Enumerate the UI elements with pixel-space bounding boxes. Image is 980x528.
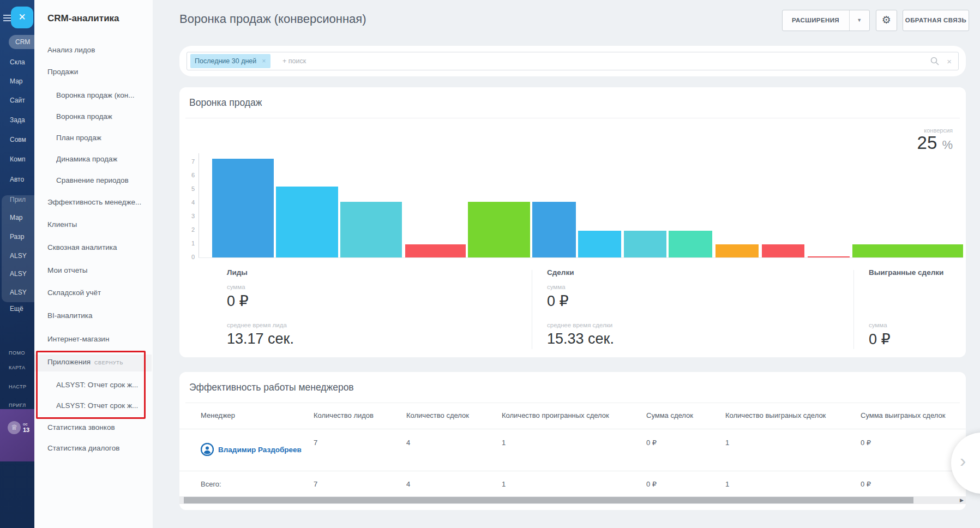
crm-analytics-sidebar: CRM-аналитика Анализ лидовПродажиВоронка… — [34, 0, 153, 528]
manager-cell[interactable]: Владимир Раздобреев — [201, 443, 302, 456]
stats-divider-1 — [532, 270, 532, 349]
strip-item-комп[interactable]: Комп — [10, 155, 25, 163]
manager-name-link[interactable]: Владимир Раздобреев — [218, 446, 302, 454]
strip-item-зада[interactable]: Зада — [10, 116, 25, 124]
extensions-button[interactable]: РАСШИРЕНИЯ ▼ — [782, 10, 870, 31]
column-header-6[interactable]: Количество выиграных сделок — [725, 411, 826, 419]
funnel-bar-deal-stage-2[interactable] — [532, 202, 576, 257]
collapse-link[interactable]: СВЕРНУТЬ — [94, 360, 123, 365]
total-cell-value: 4 — [406, 480, 410, 488]
sidebar-item-13[interactable]: BI-аналитика — [47, 311, 93, 320]
horizontal-scrollbar[interactable]: ▶ — [179, 496, 966, 504]
settings-gear-button[interactable]: ⚙ — [876, 10, 897, 31]
sidebar-item-11[interactable]: Мои отчеты — [47, 266, 88, 274]
close-menu-button[interactable]: ✕ — [11, 7, 33, 28]
total-cell-value: 7 — [314, 480, 317, 488]
funnel-bar-deal-stage-5[interactable] — [669, 231, 712, 257]
funnel-bar-deal-stage-4[interactable] — [624, 231, 666, 257]
search-field[interactable]: Последние 30 дней× + поиск × — [187, 52, 959, 70]
funnel-bar-lead-stage-2[interactable] — [276, 187, 338, 257]
strip-small-item-пригл[interactable]: ПРИГЛ — [9, 403, 26, 408]
feedback-button[interactable]: ОБРАТНАЯ СВЯЗЬ — [903, 10, 969, 31]
stat-value: 15.33 сек. — [547, 331, 614, 347]
strip-item-alsy[interactable]: ALSY — [10, 289, 27, 296]
crown-icon: ♕ — [8, 421, 21, 434]
y-axis-tick-0: 0 — [183, 254, 195, 260]
sidebar-item-15[interactable]: ПриложенияСВЕРНУТЬ — [47, 358, 123, 366]
strip-item-мар[interactable]: Мар — [10, 214, 22, 221]
stat-sub-label: сумма — [547, 284, 566, 290]
total-row-label: Всего: — [201, 480, 221, 488]
search-placeholder[interactable]: + поиск — [282, 57, 306, 65]
column-header-7[interactable]: Сумма выиграных сделок — [861, 411, 945, 419]
strip-item-скла[interactable]: Скла — [10, 58, 25, 66]
funnel-bar-lead-stage-4[interactable] — [405, 244, 466, 257]
strip-item-прил[interactable]: Прил — [10, 196, 26, 203]
sidebar-item-17[interactable]: ALSYST: Отчет срок ж... — [56, 401, 138, 410]
y-axis-tick-6: 6 — [183, 172, 195, 178]
strip-item-crm[interactable]: CRM — [9, 35, 34, 49]
left-app-strip: ✕ CRMСклаМарСайтЗадаСовмКомпАвтоПрилМарР… — [0, 0, 34, 528]
strip-small-item-настр[interactable]: НАСТР — [9, 384, 27, 389]
sidebar-item-14[interactable]: Интернет-магазин — [47, 335, 109, 343]
strip-item-alsy[interactable]: ALSY — [10, 270, 27, 278]
scrollbar-thumb[interactable] — [184, 497, 913, 503]
funnel-bar-won-stage[interactable] — [852, 244, 963, 257]
funnel-bar-deal-stage-3[interactable] — [578, 231, 621, 257]
chevron-down-icon[interactable]: ▼ — [849, 10, 869, 31]
funnel-bar-deal-stage-8[interactable] — [808, 256, 850, 257]
strip-small-item-карта[interactable]: КАРТА — [9, 365, 26, 370]
clear-search-icon[interactable]: × — [947, 57, 952, 66]
strip-item-сайт[interactable]: Сайт — [10, 97, 25, 104]
sidebar-item-2[interactable]: Продажи — [47, 68, 78, 76]
column-header-5[interactable]: Сумма сделок — [646, 411, 693, 419]
chip-remove-icon[interactable]: × — [262, 57, 266, 65]
y-axis-tick-4: 4 — [183, 199, 195, 206]
sidebar-item-19[interactable]: Статистика диалогов — [47, 444, 119, 452]
column-header-2[interactable]: Количество лидов — [314, 411, 374, 419]
column-header-4[interactable]: Количество проигранных сделок — [502, 411, 609, 419]
row-divider — [179, 471, 966, 471]
funnel-bar-lead-stage-1[interactable] — [212, 159, 274, 257]
y-axis-tick-2: 2 — [183, 226, 195, 233]
table-card-title: Эффективность работы менеджеров — [189, 382, 354, 393]
total-cell-value: 0 ₽ — [646, 480, 657, 488]
strip-item-авто[interactable]: Авто — [10, 176, 24, 183]
scrollbar-right-arrow[interactable]: ▶ — [960, 497, 964, 503]
cell-value: 7 — [314, 439, 317, 447]
sidebar-item-18[interactable]: Статистика звонков — [47, 423, 115, 431]
cell-value: 0 ₽ — [646, 439, 657, 447]
sales-funnel-card: Воронка продаж конверсия 25 % 76543210 Л… — [179, 87, 966, 357]
sidebar-item-8[interactable]: Эффективность менедже... — [47, 198, 141, 206]
sidebar-item-16[interactable]: ALSYST: Отчет срок ж... — [56, 381, 138, 389]
funnel-bar-deal-stage-6[interactable] — [716, 244, 759, 257]
filter-chip-last-30-days[interactable]: Последние 30 дней× — [190, 54, 270, 68]
column-header-1[interactable]: Менеджер — [201, 411, 235, 419]
sidebar-item-1[interactable]: Анализ лидов — [47, 46, 95, 54]
stat-value: 0 ₽ — [227, 292, 249, 310]
funnel-bar-deal-stage-7[interactable] — [762, 244, 804, 257]
strip-item-мар[interactable]: Мар — [10, 77, 22, 85]
strip-item-разр[interactable]: Разр — [10, 233, 24, 241]
sidebar-item-10[interactable]: Сквозная аналитика — [47, 243, 117, 251]
conversion-value: 25 % — [917, 134, 953, 154]
stats-divider-2 — [853, 270, 854, 349]
funnel-bar-deal-stage-1[interactable] — [468, 202, 530, 257]
stat-value: 0 ₽ — [547, 292, 569, 310]
strip-small-item-помо[interactable]: ПОМО — [9, 350, 25, 356]
strip-item-ещё[interactable]: Ещё — [10, 305, 23, 313]
chevron-right-icon: › — [960, 450, 966, 471]
sidebar-item-12[interactable]: Складской учёт — [47, 289, 101, 297]
strip-item-alsy[interactable]: ALSY — [10, 252, 27, 260]
strip-item-совм[interactable]: Совм — [10, 136, 26, 143]
stat-sub-label: сумма — [869, 322, 887, 328]
sidebar-item-4[interactable]: Воронка продаж — [56, 112, 112, 121]
sidebar-item-5[interactable]: План продаж — [56, 134, 101, 142]
funnel-bar-lead-stage-3[interactable] — [340, 202, 402, 257]
column-header-3[interactable]: Количество сделок — [406, 411, 469, 419]
sidebar-item-3[interactable]: Воронка продаж (кон... — [56, 91, 134, 99]
sidebar-item-9[interactable]: Клиенты — [47, 220, 77, 229]
sidebar-item-7[interactable]: Сравнение периодов — [56, 176, 129, 184]
sidebar-item-6[interactable]: Динамика продаж — [56, 155, 117, 163]
search-icon[interactable] — [930, 57, 939, 65]
